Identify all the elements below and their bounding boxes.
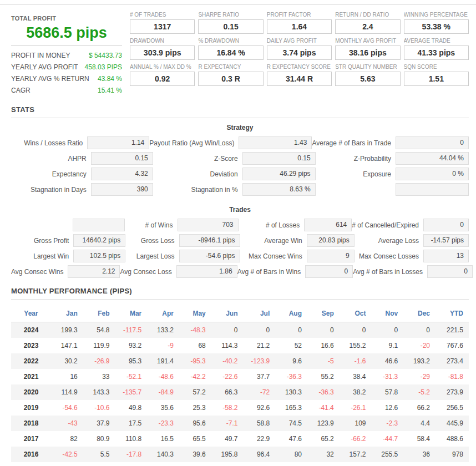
year-cell: 2024 [11,322,51,338]
stat-label: Gross Profit [11,237,73,245]
stat-group: Deviation46.29 pips [153,168,316,180]
stat-group [316,183,469,196]
stat-group: Avg Consec Loss1.86 [120,265,237,278]
monthly-header-cell: Jun [211,305,244,322]
stat-value-box: 1.43 [239,136,312,149]
stat-value-box: 0 [305,265,353,278]
stat-value-box: 0.15 [242,152,316,165]
stat-group: Exposure0 % [316,168,469,180]
stat-label: Stagnation in Days [11,186,91,194]
stat-group: Z-Score0.15 [153,152,316,165]
month-value-cell: -72 [244,384,276,400]
month-value-cell: 978 [436,447,469,462]
metric-label: WINNING PERCENTAGE [404,12,469,18]
metric-cell: PROFIT FACTOR1.64 [267,12,332,34]
stats-heading: STATS [11,105,469,114]
stat-label: Max Consec Losses [355,252,423,260]
month-value-cell: -52.1 [115,369,148,384]
month-value-cell: 199.3 [51,322,83,338]
month-value-cell: -26.9 [83,353,115,369]
summary-row-label: CAGR [11,85,31,97]
summary-row-label: PROFIT IN MONEY [11,50,70,62]
stat-label: # of Wins [125,221,178,229]
month-value-cell: 445.9 [436,416,469,431]
summary-row-value: 43.84 % [98,73,122,85]
monthly-header-cell: Feb [83,305,115,322]
month-value-cell: 17.5 [115,416,148,431]
month-value-cell: 147.1 [51,338,83,353]
stat-label: Average # of Bars in Trade [312,139,396,147]
metric-value-box: 1.51 [404,72,469,86]
month-value-cell: -42.2 [179,369,211,384]
month-value-cell: 0 [340,322,372,338]
stat-value-box: 2.12 [68,265,120,278]
monthly-header-cell: Jan [51,305,83,322]
year-cell: 2023 [11,338,51,353]
month-value-cell: -44.7 [372,431,404,447]
month-value-cell: 256.5 [436,400,469,416]
monthly-row: 201512.151.5105-13.3-46.116191.5-67-57.8… [11,462,469,466]
month-value-cell: -135.7 [115,384,148,400]
month-value-cell: -48.3 [179,322,211,338]
month-value-cell: 157.2 [340,447,372,462]
stat-label: Z-Score [153,155,242,163]
metric-cell: DAILY AVG PROFIT3.74 pips [267,38,332,60]
stat-group: Max Consec Wins9 [240,250,355,262]
stat-group: Wins / Losses Ratio1.14 [11,136,149,149]
stat-group: Largest Win102.5 pips [11,250,125,262]
month-value-cell: 191.4 [147,353,179,369]
monthly-performance-section: YearJanFebMarAprMayJunJulAugSepOctNovDec… [11,305,469,466]
stat-group: # of Losses614 [239,219,352,231]
month-value-cell: 65.5 [179,431,211,447]
stat-group: Average Loss-14.57 pips [355,234,469,247]
metric-cell: AVERAGE TRADE41.33 pips [404,38,469,60]
monthly-row: 20178280.9110.816.565.549.722.947.665.2-… [11,431,469,447]
monthly-header-cell: Jul [244,305,276,322]
summary-divider [11,45,122,45]
stat-label: Gross Loss [125,237,179,245]
month-value-cell: -87.3 [340,462,372,466]
month-value-cell: 91.5 [244,462,276,466]
stat-value-box: 8.63 % [242,183,316,196]
month-value-cell: 155.2 [340,338,372,353]
month-value-cell: 93.2 [115,338,148,353]
monthly-header-cell: Year [11,305,51,322]
metric-cell: SHARPE RATIO0.15 [198,12,263,34]
stat-group: Average # of Bars in Trade0 [312,136,469,149]
month-value-cell: 22.9 [244,431,276,447]
metric-label: DAILY AVG PROFIT [267,38,332,44]
month-value-cell: 133.2 [147,322,179,338]
stat-value-box: 4.32 [91,168,153,180]
month-value-cell: -42.5 [51,447,83,462]
month-value-cell: 38.2 [340,384,372,400]
month-value-cell: 38.4 [340,369,372,384]
metric-cell: RETURN / DD RATIO2.4 [335,12,400,34]
month-value-cell: 161 [211,462,244,466]
month-value-cell: 33 [83,369,115,384]
metric-cell: DRAWDOWN303.9 pips [130,38,195,60]
month-value-cell: -9 [147,338,179,353]
month-value-cell: 140.3 [147,447,179,462]
month-value-cell: -36.3 [307,384,340,400]
metric-label: STR QUALITY NUMBER [335,64,400,70]
month-value-cell: 46.6 [372,353,404,369]
summary-rows: PROFIT IN MONEY$ 54433.73YEARLY AVG PROF… [11,50,122,97]
stat-row: Largest Win102.5 pipsLargest Loss-54.6 p… [11,250,469,262]
monthly-header-cell: Sep [307,305,340,322]
stat-label: Avg Consec Loss [120,268,176,276]
month-value-cell: -17.8 [115,447,148,462]
month-value-cell: 165.3 [275,400,307,416]
month-value-cell: -2.3 [372,416,404,431]
summary-row: CAGR15.41 % [11,85,122,97]
month-value-cell: -40.2 [211,353,244,369]
stat-row: # of Wins703# of Losses614# of Cancelled… [11,219,469,231]
month-value-cell: -43 [51,416,83,431]
month-value-cell: 25.3 [179,400,211,416]
month-value-cell: 0 [275,322,307,338]
month-value-cell: 767.6 [436,338,469,353]
month-value-cell: 65.2 [307,431,340,447]
stat-row: AHPR0.15Z-Score0.15Z-Probability44.04 % [11,152,469,165]
trades-table: # of Wins703# of Losses614# of Cancelled… [11,219,469,278]
summary-row-value: $ 54433.73 [89,50,122,62]
month-value-cell: 0 [244,322,276,338]
